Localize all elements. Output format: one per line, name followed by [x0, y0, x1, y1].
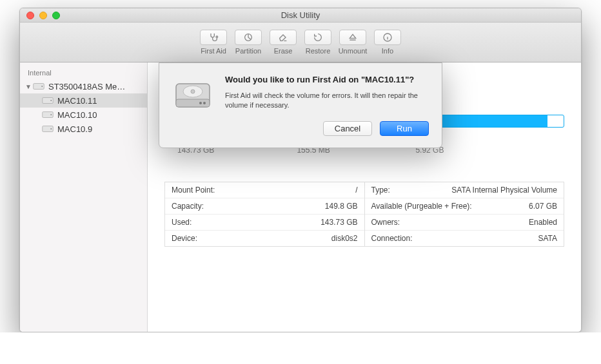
detail-value: disk0s2	[331, 234, 358, 243]
detail-key: Connection:	[371, 234, 413, 243]
detail-key: Available (Purgeable + Free):	[371, 202, 472, 211]
usage-free-segment	[547, 115, 564, 127]
restore-icon	[304, 30, 331, 45]
info-icon	[374, 30, 401, 45]
table-row: Capacity:149.8 GB	[165, 198, 364, 215]
toolbar-erase[interactable]: Erase	[266, 30, 300, 55]
run-button[interactable]: Run	[380, 121, 429, 136]
hard-drive-icon	[33, 82, 44, 91]
dialog-actions: Cancel Run	[225, 121, 429, 136]
svg-point-8	[50, 114, 52, 115]
sidebar-disk-label: ST3500418AS Me…	[48, 82, 125, 91]
hard-drive-icon	[42, 110, 54, 119]
toolbar-label: Erase	[274, 47, 293, 55]
hard-drive-icon	[42, 124, 54, 133]
sidebar-volume-label: MAC10.11	[57, 96, 97, 106]
toolbar-restore[interactable]: Restore	[301, 30, 335, 55]
detail-value: SATA	[538, 234, 557, 243]
table-row: Owners:Enabled	[365, 215, 564, 231]
detail-table: Mount Point:/ Capacity:149.8 GB Used:143…	[164, 182, 564, 247]
detail-value: 6.07 GB	[529, 202, 557, 211]
detail-value: 149.8 GB	[325, 202, 358, 211]
sidebar-volume-label: MAC10.10	[57, 110, 97, 120]
sidebar-volume-mac10-10[interactable]: MAC10.10	[20, 108, 147, 122]
sidebar-volume-mac10-9[interactable]: MAC10.9	[20, 122, 147, 136]
table-row: Device:disk0s2	[165, 231, 364, 246]
table-row: Type:SATA Internal Physical Volume	[365, 182, 564, 198]
titlebar: Disk Utility	[20, 8, 581, 23]
detail-value: /	[355, 186, 357, 195]
sidebar-section-header: Internal	[20, 66, 147, 79]
toolbar-label: Partition	[235, 47, 261, 55]
table-row: Available (Purgeable + Free):6.07 GB	[365, 198, 564, 215]
toolbar-label: Restore	[306, 47, 331, 55]
pie-icon	[235, 30, 262, 45]
dialog-title: Would you like to run First Aid on "MAC1…	[225, 75, 429, 86]
svg-point-16	[191, 90, 195, 93]
sidebar: Internal ▼ ST3500418AS Me… MAC10.11 MAC1…	[20, 62, 148, 332]
detail-value: SATA Internal Physical Volume	[451, 186, 557, 195]
first-aid-confirm-dialog: Would you like to run First Aid on "MAC1…	[159, 62, 442, 148]
table-row: Mount Point:/	[165, 182, 364, 198]
detail-key: Device:	[172, 234, 197, 243]
disk-utility-window: Disk Utility First Aid Partition Erase	[19, 8, 582, 332]
dialog-body: Would you like to run First Aid on "MAC1…	[225, 75, 429, 136]
table-row: Connection:SATA	[365, 231, 564, 246]
svg-point-6	[50, 100, 52, 101]
toolbar-unmount[interactable]: Unmount	[336, 30, 369, 55]
dialog-description: First Aid will check the volume for erro…	[225, 91, 429, 111]
toolbar: First Aid Partition Erase Restore Unmoun…	[20, 23, 581, 62]
table-row: Used:143.73 GB	[165, 215, 364, 231]
svg-point-13	[203, 102, 206, 104]
cancel-button[interactable]: Cancel	[323, 121, 372, 136]
sidebar-disk[interactable]: ▼ ST3500418AS Me…	[20, 79, 147, 93]
svg-point-0	[216, 36, 218, 38]
detail-value: 143.73 GB	[320, 218, 357, 227]
toolbar-label: Unmount	[339, 47, 368, 55]
toolbar-info[interactable]: Info	[371, 30, 404, 55]
detail-key: Owners:	[371, 218, 400, 227]
detail-key: Capacity:	[172, 202, 204, 211]
hard-drive-icon	[42, 96, 54, 105]
svg-point-10	[50, 128, 52, 129]
toolbar-label: First Aid	[201, 47, 226, 55]
toolbar-label: Info	[382, 47, 393, 55]
toolbar-partition[interactable]: Partition	[232, 30, 265, 55]
stethoscope-icon	[200, 30, 227, 45]
detail-key: Mount Point:	[172, 186, 215, 195]
svg-point-14	[199, 102, 202, 104]
detail-key: Type:	[371, 186, 390, 195]
detail-value: Enabled	[529, 218, 557, 227]
sidebar-volume-mac10-11[interactable]: MAC10.11	[20, 93, 147, 108]
svg-point-4	[41, 86, 43, 87]
toolbar-first-aid[interactable]: First Aid	[197, 30, 230, 55]
window-title: Disk Utility	[20, 10, 581, 20]
detail-col-right: Type:SATA Internal Physical Volume Avail…	[365, 182, 564, 246]
eject-icon	[339, 30, 366, 45]
detail-key: Used:	[172, 218, 192, 227]
erase-icon	[270, 30, 297, 45]
detail-col-left: Mount Point:/ Capacity:149.8 GB Used:143…	[165, 182, 365, 246]
sidebar-volume-label: MAC10.9	[57, 124, 92, 134]
hard-drive-large-icon	[172, 75, 213, 116]
disclosure-triangle-icon[interactable]: ▼	[25, 83, 32, 90]
